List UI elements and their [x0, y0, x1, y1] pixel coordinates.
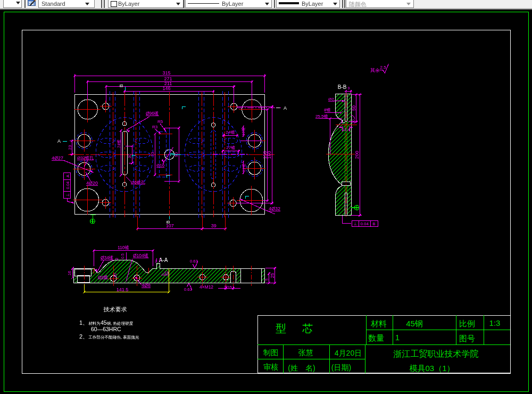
- svg-text:4月20日: 4月20日: [335, 349, 362, 357]
- svg-text:(姓 名): (姓 名): [288, 364, 315, 372]
- svg-text:(日期): (日期): [331, 363, 351, 372]
- svg-text:浙江工贸职业技术学院: 浙江工贸职业技术学院: [394, 349, 479, 358]
- svg-text:60—63HRC: 60—63HRC: [91, 326, 121, 332]
- svg-text:Ø16: Ø16: [156, 163, 165, 168]
- svg-text:141.5: 141.5: [117, 287, 129, 292]
- svg-text:数量: 数量: [368, 333, 384, 342]
- svg-text:4×M12: 4×M12: [200, 284, 213, 290]
- svg-text:30: 30: [113, 273, 117, 277]
- svg-text:20: 20: [352, 119, 355, 124]
- svg-text:⎯15: ⎯15: [162, 270, 169, 275]
- svg-text:2.5: 2.5: [380, 65, 387, 70]
- svg-text:A: A: [57, 138, 61, 144]
- svg-text:R5: R5: [157, 119, 163, 124]
- svg-text:深15: 深15: [224, 285, 232, 290]
- svg-text:70: 70: [150, 152, 155, 157]
- svg-text:23: 23: [68, 145, 72, 150]
- svg-text:Ø6锥孔: Ø6锥孔: [131, 180, 146, 185]
- svg-text:16: 16: [67, 271, 72, 275]
- svg-text:146: 146: [162, 86, 170, 91]
- svg-text:技术要求: 技术要求: [104, 306, 127, 313]
- svg-text:50: 50: [351, 105, 356, 111]
- svg-text:315: 315: [162, 70, 170, 76]
- svg-text:4Ø27: 4Ø27: [52, 155, 63, 161]
- svg-text:5: 5: [265, 278, 269, 281]
- svg-text:8锥: 8锥: [324, 108, 330, 112]
- svg-text:制图: 制图: [263, 348, 278, 357]
- svg-text:110锥: 110锥: [118, 245, 129, 250]
- svg-text:1:3: 1:3: [489, 318, 501, 327]
- svg-text:12锥: 12锥: [242, 163, 246, 172]
- svg-text:其余: 其余: [370, 68, 380, 73]
- svg-text:1: 1: [395, 333, 400, 342]
- svg-text:0.63: 0.63: [190, 259, 198, 264]
- svg-text:Ø34锥: Ø34锥: [101, 255, 114, 260]
- svg-text:材料: 材料: [370, 319, 387, 328]
- svg-text:0.63: 0.63: [184, 287, 192, 292]
- svg-text:Ø32锥孔: Ø32锥孔: [77, 155, 94, 160]
- svg-text:模具03（1）: 模具03（1）: [409, 364, 454, 373]
- svg-text:0.04: 0.04: [360, 221, 369, 226]
- svg-text:13.4: 13.4: [342, 127, 350, 132]
- svg-text:39: 39: [211, 223, 217, 228]
- svg-text:A-A: A-A: [159, 257, 168, 263]
- svg-text:24锥: 24锥: [226, 130, 235, 135]
- svg-text:160: 160: [267, 151, 272, 159]
- svg-text:审核: 审核: [263, 363, 278, 371]
- svg-text:4Ø8: 4Ø8: [142, 283, 151, 288]
- svg-text:0.5: 0.5: [121, 253, 124, 259]
- svg-text:⊥: ⊥: [65, 193, 70, 196]
- svg-text:图号: 图号: [459, 334, 475, 343]
- svg-text:0.04: 0.04: [65, 182, 70, 190]
- svg-text:A: A: [284, 105, 287, 111]
- svg-text:芯: 芯: [302, 323, 313, 334]
- svg-text:27锥: 27锥: [226, 145, 235, 150]
- svg-text:25: 25: [270, 273, 275, 278]
- svg-text:74锥: 74锥: [117, 139, 121, 148]
- svg-text:45钢: 45钢: [406, 319, 423, 328]
- svg-text:B: B: [372, 221, 375, 226]
- svg-text:25.5锥: 25.5锥: [315, 114, 328, 119]
- svg-text:A: A: [65, 174, 70, 177]
- svg-text:⊥: ⊥: [354, 221, 358, 226]
- svg-text:B-B: B-B: [338, 84, 347, 90]
- svg-text:张慧: 张慧: [298, 348, 313, 357]
- svg-text:2: 2: [115, 258, 119, 260]
- svg-text:Ø96锥: Ø96锥: [146, 111, 159, 116]
- svg-text:9: 9: [348, 86, 350, 90]
- svg-text:Ø2: Ø2: [328, 97, 334, 102]
- svg-text:30: 30: [127, 154, 132, 158]
- svg-text:Ø104锥: Ø104锥: [133, 253, 148, 258]
- svg-text:R3: R3: [152, 125, 158, 129]
- svg-text:B: B: [119, 84, 124, 87]
- svg-text:比例: 比例: [459, 319, 475, 328]
- svg-text:4Ø32: 4Ø32: [269, 206, 280, 211]
- svg-text:B: B: [165, 220, 171, 224]
- svg-text:200: 200: [354, 151, 360, 159]
- svg-text:Ø9锥: Ø9锥: [98, 275, 108, 280]
- svg-text:型: 型: [276, 323, 286, 334]
- svg-text:4Ø20: 4Ø20: [86, 180, 98, 186]
- svg-text:10锥: 10锥: [241, 127, 246, 136]
